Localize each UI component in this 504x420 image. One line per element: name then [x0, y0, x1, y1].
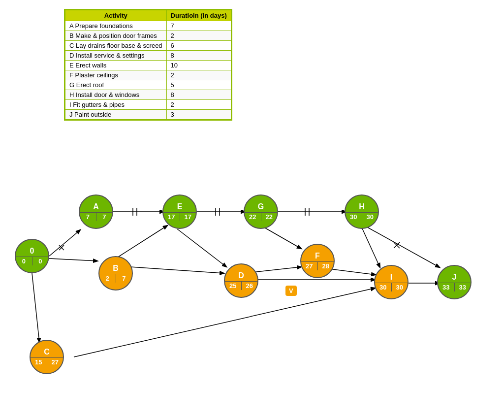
node-B-label: B: [113, 264, 119, 273]
table-row: D Install service & settings8: [65, 51, 231, 61]
col-activity: Activity: [65, 10, 167, 21]
node-F-label: F: [315, 252, 320, 260]
duration-cell: 3: [166, 110, 231, 120]
activity-cell: J Paint outside: [65, 110, 167, 120]
node-E-v1: 17: [163, 213, 180, 221]
duration-cell: 2: [166, 31, 231, 41]
table-row: I Fit gutters & pipes2: [65, 100, 231, 110]
node-B-v2: 7: [116, 274, 132, 283]
svg-line-19: [364, 226, 440, 267]
network-diagram: 0 0 0 A 7 7 B 2 7 C 15 27 E 17 17: [0, 153, 504, 420]
duration-cell: 6: [166, 41, 231, 51]
node-A-label: A: [93, 202, 99, 211]
node-D-label: D: [238, 271, 244, 280]
node-E-label: E: [177, 202, 183, 211]
duration-cell: 5: [166, 80, 231, 90]
node-C-label: C: [44, 348, 50, 356]
svg-line-26: [59, 245, 64, 250]
svg-line-2: [32, 273, 39, 342]
node-I-v2: 30: [392, 283, 408, 291]
node-C-v2: 27: [47, 358, 63, 366]
node-E: E 17 17: [162, 194, 197, 229]
svg-line-22: [362, 227, 380, 267]
table-row: H Install door & windows8: [65, 90, 231, 100]
node-I-label: I: [390, 273, 392, 282]
activity-cell: F Plaster ceilings: [65, 70, 167, 80]
activity-cell: E Erect walls: [65, 61, 167, 70]
svg-line-15: [261, 226, 301, 249]
node-B: B 2 7: [98, 256, 133, 291]
activity-table: Activity Duratioin (in days) A Prepare f…: [64, 9, 232, 121]
activity-cell: C Lay drains floor base & screed: [65, 41, 167, 51]
duration-cell: 10: [166, 61, 231, 70]
svg-line-12: [116, 226, 167, 258]
node-G-v2: 22: [261, 213, 278, 221]
node-A-v2: 7: [96, 213, 113, 221]
svg-line-0: [49, 230, 80, 256]
node-J-label: J: [452, 273, 457, 282]
node-I-v1: 30: [375, 283, 392, 291]
node-start-v2: 0: [32, 257, 49, 265]
duration-cell: 7: [166, 21, 231, 31]
node-H-v2: 30: [362, 213, 378, 221]
duration-cell: 2: [166, 100, 231, 110]
activity-cell: A Prepare foundations: [65, 21, 167, 31]
table-row: A Prepare foundations7: [65, 21, 231, 31]
table-row: J Paint outside3: [65, 110, 231, 120]
node-J-v2: 33: [455, 283, 471, 291]
duration-cell: 2: [166, 70, 231, 80]
duration-cell: 8: [166, 51, 231, 61]
node-H: H 30 30: [345, 194, 379, 229]
svg-line-21: [394, 242, 400, 248]
node-D-v1: 25: [225, 282, 242, 290]
node-A: A 7 7: [79, 194, 113, 229]
v-label: V: [285, 286, 297, 296]
node-start-label: 0: [30, 247, 34, 256]
activity-cell: G Erect roof: [65, 80, 167, 90]
node-C: C 15 27: [30, 340, 64, 374]
table-row: B Make & position door frames2: [65, 31, 231, 41]
node-H-v1: 30: [346, 213, 362, 221]
col-duration: Duratioin (in days): [166, 10, 231, 21]
table-row: C Lay drains floor base & screed6: [65, 41, 231, 51]
node-B-v1: 2: [99, 274, 116, 283]
duration-cell: 8: [166, 90, 231, 100]
node-G-label: G: [258, 202, 264, 211]
node-D: D 25 26: [224, 263, 258, 298]
node-start-v1: 0: [16, 257, 32, 265]
table-row: E Erect walls10: [65, 61, 231, 70]
node-G-v1: 22: [245, 213, 261, 221]
svg-line-1: [49, 258, 97, 261]
svg-line-20: [394, 242, 400, 248]
node-H-label: H: [359, 202, 365, 211]
svg-line-25: [59, 245, 64, 250]
node-G: G 22 22: [244, 194, 278, 229]
node-C-v1: 15: [31, 358, 47, 366]
activity-cell: I Fit gutters & pipes: [65, 100, 167, 110]
activity-cell: H Install door & windows: [65, 90, 167, 100]
node-E-v2: 17: [180, 213, 196, 221]
activity-cell: D Install service & settings: [65, 51, 167, 61]
svg-line-24: [74, 288, 375, 357]
node-F-v2: 28: [318, 262, 334, 270]
svg-line-14: [177, 229, 226, 267]
node-A-v1: 7: [80, 213, 96, 221]
node-J: J 33 33: [437, 265, 472, 299]
node-I: I 30 30: [374, 265, 409, 299]
table-row: F Plaster ceilings2: [65, 70, 231, 80]
table-row: G Erect roof5: [65, 80, 231, 90]
node-D-v2: 26: [242, 282, 258, 290]
node-start: 0 0 0: [15, 239, 49, 273]
node-F-v1: 27: [301, 262, 318, 270]
node-F: F 27 28: [300, 244, 335, 278]
activity-cell: B Make & position door frames: [65, 31, 167, 41]
node-J-v1: 33: [438, 283, 455, 291]
